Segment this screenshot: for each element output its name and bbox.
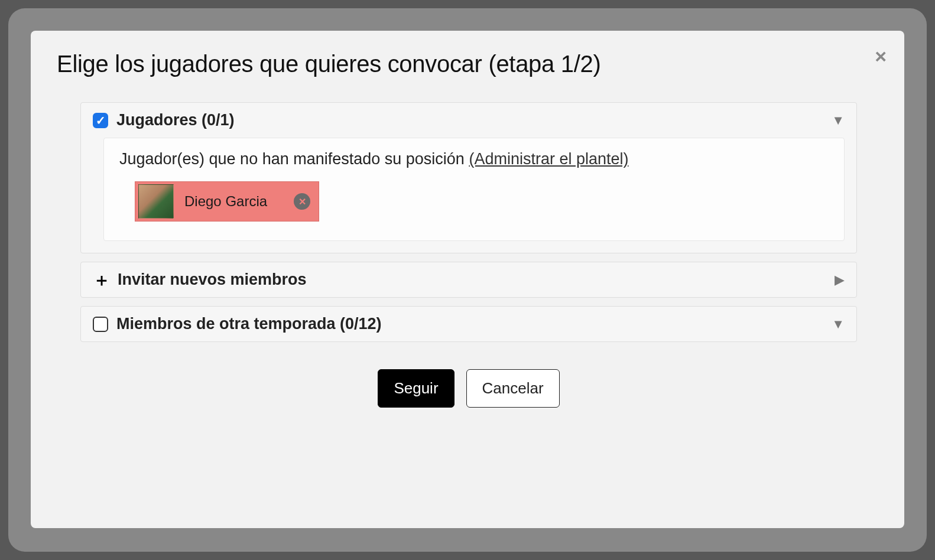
players-heading-text: Jugador(es) que no han manifestado su po… [119,150,469,168]
other-season-checkbox[interactable] [93,317,108,332]
modal-actions: Seguir Cancelar [80,369,857,408]
invite-panel-header[interactable]: ＋ Invitar nuevos miembros ▶ [81,262,856,297]
chevron-right-icon: ▶ [835,272,845,288]
modal-content: Jugadores (0/1) ▼ Jugador(es) que no han… [57,102,881,408]
other-season-panel-label: Miembros de otra temporada (0/12) [116,315,382,333]
chevron-down-icon: ▼ [832,317,845,332]
players-panel-header[interactable]: Jugadores (0/1) ▼ [81,103,856,138]
chevron-down-icon: ▼ [832,113,845,128]
cancel-button[interactable]: Cancelar [466,369,560,408]
player-name: Diego Garcia [184,193,289,210]
continue-button[interactable]: Seguir [378,369,454,408]
close-icon[interactable]: × [875,46,887,66]
plus-icon: ＋ [93,271,111,289]
modal-frame: × Elige los jugadores que quieres convoc… [8,8,927,552]
player-chip[interactable]: Diego Garcia [135,181,319,222]
modal-title: Elige los jugadores que quieres convocar… [57,51,881,77]
invite-panel: ＋ Invitar nuevos miembros ▶ [80,262,857,298]
players-checkbox[interactable] [93,113,108,128]
remove-player-icon[interactable] [294,193,310,210]
modal-dialog: × Elige los jugadores que quieres convoc… [31,31,904,528]
other-season-panel: Miembros de otra temporada (0/12) ▼ [80,306,857,342]
invite-panel-label: Invitar nuevos miembros [118,271,307,289]
manage-roster-link[interactable]: (Administrar el plantel) [469,150,628,168]
other-season-panel-header[interactable]: Miembros de otra temporada (0/12) ▼ [81,307,856,341]
players-body-heading: Jugador(es) que no han manifestado su po… [119,150,829,168]
avatar [138,184,174,219]
players-panel-body: Jugador(es) que no han manifestado su po… [103,138,845,241]
players-panel: Jugadores (0/1) ▼ Jugador(es) que no han… [80,102,857,253]
players-panel-label: Jugadores (0/1) [116,111,235,129]
